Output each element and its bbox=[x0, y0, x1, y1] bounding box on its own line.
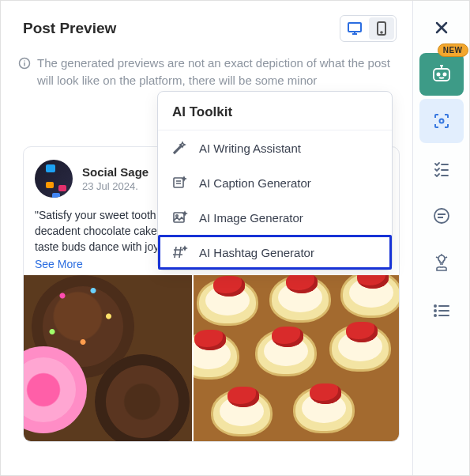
robot-icon bbox=[430, 64, 453, 85]
desktop-view-button[interactable] bbox=[342, 17, 367, 40]
toolkit-item-label: AI Writing Assistant bbox=[199, 142, 301, 155]
sidebar-list-button[interactable] bbox=[419, 289, 464, 333]
info-text: The generated previews are not an exact … bbox=[37, 55, 397, 89]
sidebar-focus-button[interactable] bbox=[419, 99, 464, 143]
ai-toolkit-dropdown: AI Toolkit AI Writing Assistant AI Capti… bbox=[157, 91, 393, 270]
sidebar-idea-button[interactable] bbox=[419, 241, 464, 285]
svg-point-10 bbox=[439, 119, 443, 123]
image-sparkle-icon bbox=[172, 210, 188, 225]
svg-point-11 bbox=[434, 209, 449, 223]
mobile-icon bbox=[377, 21, 386, 36]
toolkit-item-hashtag[interactable]: AI Hashtag Generator bbox=[158, 235, 392, 270]
sidebar-comment-button[interactable] bbox=[419, 194, 464, 238]
post-images bbox=[24, 275, 399, 441]
close-button[interactable] bbox=[424, 12, 459, 43]
toolkit-item-image[interactable]: AI Image Generator bbox=[158, 200, 392, 235]
svg-point-12 bbox=[434, 305, 436, 307]
post-author: Social Sage bbox=[82, 165, 149, 179]
checklist-icon bbox=[433, 160, 450, 177]
hashtag-sparkle-icon bbox=[172, 244, 188, 260]
post-image-1 bbox=[24, 275, 192, 441]
avatar bbox=[35, 160, 73, 198]
svg-point-13 bbox=[434, 310, 436, 312]
device-toggle bbox=[340, 15, 397, 42]
post-date: 23 Jul 2024. bbox=[82, 180, 149, 192]
info-icon bbox=[18, 57, 31, 70]
svg-rect-7 bbox=[434, 69, 449, 81]
post-image-2 bbox=[194, 275, 399, 441]
desktop-icon bbox=[348, 22, 362, 35]
new-badge: NEW bbox=[438, 43, 468, 57]
svg-rect-4 bbox=[174, 178, 183, 187]
focus-icon bbox=[432, 111, 451, 130]
idea-hand-icon bbox=[432, 254, 451, 273]
right-sidebar: NEW bbox=[412, 1, 469, 475]
svg-point-14 bbox=[434, 315, 436, 316]
toolkit-title: AI Toolkit bbox=[158, 92, 392, 130]
toolkit-item-label: AI Image Generator bbox=[199, 211, 303, 225]
close-icon bbox=[434, 20, 449, 36]
toolkit-item-label: AI Hashtag Generator bbox=[199, 246, 314, 259]
svg-point-2 bbox=[381, 32, 382, 33]
toolkit-item-writing[interactable]: AI Writing Assistant bbox=[158, 130, 392, 165]
sidebar-checklist-button[interactable] bbox=[419, 146, 464, 191]
mobile-view-button[interactable] bbox=[369, 17, 394, 40]
toolkit-item-label: AI Caption Generator bbox=[199, 176, 311, 190]
svg-point-9 bbox=[443, 73, 446, 75]
svg-rect-0 bbox=[348, 23, 361, 32]
info-note: The generated previews are not an exact … bbox=[1, 51, 412, 89]
caption-icon bbox=[172, 175, 188, 191]
list-icon bbox=[433, 302, 450, 319]
comment-icon bbox=[432, 206, 451, 225]
toolkit-item-caption[interactable]: AI Caption Generator bbox=[158, 165, 392, 200]
page-title: Post Preview bbox=[23, 20, 116, 37]
sidebar-ai-bot[interactable]: NEW bbox=[419, 53, 464, 96]
svg-point-8 bbox=[437, 73, 439, 75]
magic-wand-icon bbox=[172, 140, 188, 156]
